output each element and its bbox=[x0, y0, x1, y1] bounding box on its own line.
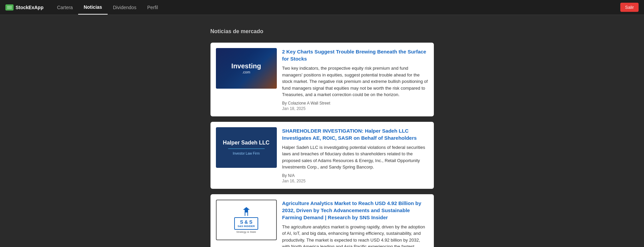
news-author: By Colazione A Wall Street bbox=[282, 101, 428, 106]
svg-marker-1 bbox=[243, 207, 250, 210]
nav-item-dividendos[interactable]: Dividendos bbox=[108, 1, 142, 14]
news-card: Halper Sadeh LLC Investor Law Firm SHARE… bbox=[210, 122, 434, 189]
news-title[interactable]: Agriculture Analytics Market to Reach US… bbox=[282, 200, 428, 221]
news-thumbnail: Investing.com bbox=[216, 48, 277, 89]
navbar: StockExApp Cartera Noticias Dividendos P… bbox=[0, 0, 644, 15]
logout-button[interactable]: Salir bbox=[620, 3, 639, 12]
news-description: The agriculture analytics market is grow… bbox=[282, 224, 428, 247]
nav-links: Cartera Noticias Dividendos Perfil bbox=[51, 0, 163, 15]
news-thumbnail: Halper Sadeh LLC Investor Law Firm bbox=[216, 127, 277, 168]
main-content: Noticias de mercado Investing.com 2 Key … bbox=[204, 15, 441, 247]
thumb-sns-letters: S & S bbox=[240, 219, 252, 225]
news-date: Jan 16, 2025 bbox=[282, 179, 428, 183]
logo-icon bbox=[5, 4, 14, 10]
news-card: S & S S&S INSIDER Strategy & State Agric… bbox=[210, 194, 434, 247]
thumb-sns-logo: S & S S&S INSIDER Strategy & State bbox=[234, 206, 258, 233]
thumb-label: Investing.com bbox=[231, 62, 261, 74]
thumb-halper-subtitle: Investor Law Firm bbox=[233, 152, 260, 155]
news-description: Two key indicators, the prospective equi… bbox=[282, 65, 428, 98]
nav-link-cartera[interactable]: Cartera bbox=[51, 1, 78, 14]
thumb-halper-name: Halper Sadeh LLC bbox=[220, 140, 272, 146]
nav-item-cartera[interactable]: Cartera bbox=[51, 1, 78, 14]
thumb-sns-bottom: Strategy & State bbox=[236, 230, 256, 233]
thumb-sns-insider-label: S&S INSIDER bbox=[238, 225, 255, 228]
nav-link-dividendos[interactable]: Dividendos bbox=[108, 1, 142, 14]
page-title: Noticias de mercado bbox=[210, 28, 434, 35]
news-title[interactable]: 2 Key Charts Suggest Trouble Brewing Ben… bbox=[282, 48, 428, 62]
sns-building-icon bbox=[241, 206, 251, 217]
news-author: By N/A bbox=[282, 173, 428, 178]
news-title[interactable]: SHAREHOLDER INVESTIGATION: Halper Sadeh … bbox=[282, 127, 428, 141]
news-thumbnail: S & S S&S INSIDER Strategy & State bbox=[216, 200, 277, 240]
news-date: Jan 18, 2025 bbox=[282, 106, 428, 111]
nav-item-perfil[interactable]: Perfil bbox=[142, 1, 163, 14]
news-card: Investing.com 2 Key Charts Suggest Troub… bbox=[210, 43, 434, 116]
brand[interactable]: StockExApp bbox=[5, 4, 43, 10]
news-body: 2 Key Charts Suggest Trouble Brewing Ben… bbox=[282, 48, 428, 111]
news-description: Halper Sadeh LLC is investigating potent… bbox=[282, 144, 428, 171]
nav-link-noticias[interactable]: Noticias bbox=[78, 0, 107, 15]
news-body: Agriculture Analytics Market to Reach US… bbox=[282, 200, 428, 247]
nav-item-noticias[interactable]: Noticias bbox=[78, 0, 107, 15]
thumb-sns-box: S & S S&S INSIDER bbox=[234, 217, 258, 230]
svg-rect-2 bbox=[245, 212, 247, 216]
brand-name: StockExApp bbox=[16, 5, 43, 10]
nav-link-perfil[interactable]: Perfil bbox=[142, 1, 163, 14]
news-body: SHAREHOLDER INVESTIGATION: Halper Sadeh … bbox=[282, 127, 428, 183]
